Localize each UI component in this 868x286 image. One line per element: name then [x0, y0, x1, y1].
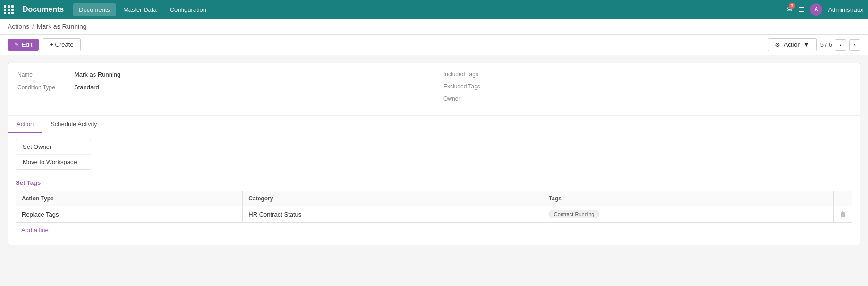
- tabs-bar: Action Schedule Activity: [8, 116, 860, 133]
- edit-label: Edit: [22, 41, 32, 48]
- col-header-category: Category: [243, 191, 543, 206]
- col-header-actions: [834, 191, 852, 206]
- edit-button[interactable]: ✎ Edit: [8, 39, 39, 51]
- cell-category: HR Contract Status: [243, 206, 543, 223]
- action-button[interactable]: ⚙ Action ▼: [768, 38, 817, 51]
- pagination-text: 5 / 6: [820, 41, 832, 48]
- create-button[interactable]: + Create: [43, 38, 80, 51]
- tab-action[interactable]: Action: [8, 116, 42, 133]
- col-header-tags: Tags: [543, 191, 833, 206]
- set-tags-section: Set Tags Action Type Category Tags Repla…: [8, 175, 860, 245]
- chevron-down-icon: ▼: [803, 41, 809, 48]
- prev-page-button[interactable]: ‹: [835, 39, 846, 51]
- avatar[interactable]: A: [810, 3, 822, 16]
- main-content: Name Mark as Running Condition Type Stan…: [0, 55, 868, 253]
- notification-badge: 3: [789, 3, 795, 9]
- top-menu: Documents Master Data Configuration: [73, 3, 212, 16]
- owner-label: Owner: [443, 95, 505, 102]
- name-value: Mark as Running: [74, 71, 120, 78]
- add-line-button[interactable]: Add a line: [16, 223, 54, 237]
- admin-label[interactable]: Administrator: [828, 6, 864, 13]
- form-fields: Name Mark as Running Condition Type Stan…: [8, 63, 860, 116]
- tab-schedule-activity-label: Schedule Activity: [51, 121, 97, 128]
- pagination: 5 / 6 ‹ ›: [820, 39, 860, 51]
- action-item-move-to-workspace[interactable]: Move to Workspace: [16, 155, 91, 169]
- cell-action-type: Replace Tags: [16, 206, 243, 223]
- breadcrumb-parent[interactable]: Actions: [8, 23, 29, 30]
- menu-item-master-data[interactable]: Master Data: [118, 3, 162, 16]
- move-to-workspace-label: Move to Workspace: [23, 158, 77, 165]
- condition-type-row: Condition Type Standard: [17, 84, 424, 91]
- action-button-label: Action: [784, 41, 801, 48]
- excluded-tags-label: Excluded Tags: [443, 83, 505, 90]
- breadcrumb: Actions / Mark as Running: [0, 19, 868, 35]
- tab-action-label: Action: [17, 121, 34, 128]
- apps-menu-button[interactable]: [4, 5, 19, 14]
- tag-badge: Contract Running: [549, 210, 600, 218]
- tags-table: Action Type Category Tags Replace Tags H…: [16, 191, 852, 223]
- breadcrumb-separator: /: [32, 23, 34, 30]
- included-tags-row: Included Tags: [443, 71, 851, 78]
- breadcrumb-current: Mark as Running: [37, 23, 87, 30]
- set-owner-label: Set Owner: [23, 143, 51, 150]
- form-right: Included Tags Excluded Tags Owner: [434, 63, 860, 115]
- action-item-set-owner[interactable]: Set Owner: [16, 139, 91, 155]
- action-section: Set Owner Move to Workspace: [8, 133, 860, 175]
- menu-item-configuration[interactable]: Configuration: [164, 3, 212, 16]
- action-list: Set Owner Move to Workspace: [16, 139, 91, 170]
- form-left: Name Mark as Running Condition Type Stan…: [8, 63, 434, 115]
- included-tags-label: Included Tags: [443, 71, 505, 78]
- name-row: Name Mark as Running: [17, 71, 424, 78]
- topnav-right: ✉ 3 ☰ A Administrator: [786, 3, 864, 16]
- gear-icon: ⚙: [775, 42, 780, 48]
- apps-grid-icon: [4, 5, 14, 14]
- top-navigation: Documents Documents Master Data Configur…: [0, 0, 868, 19]
- app-title: Documents: [23, 5, 64, 14]
- next-page-button[interactable]: ›: [849, 39, 860, 51]
- tab-schedule-activity[interactable]: Schedule Activity: [42, 116, 105, 133]
- condition-type-label: Condition Type: [17, 84, 74, 91]
- col-header-action-type: Action Type: [16, 191, 243, 206]
- form-card: Name Mark as Running Condition Type Stan…: [8, 63, 860, 245]
- clock-icon[interactable]: ☰: [798, 5, 804, 14]
- toolbar: ✎ Edit + Create ⚙ Action ▼ 5 / 6 ‹ ›: [0, 35, 868, 55]
- cell-tags: Contract Running: [543, 206, 833, 223]
- pencil-icon: ✎: [14, 41, 19, 48]
- owner-row: Owner: [443, 95, 851, 102]
- name-label: Name: [17, 71, 74, 78]
- messages-icon[interactable]: ✉ 3: [786, 5, 792, 14]
- menu-item-documents[interactable]: Documents: [73, 3, 116, 16]
- excluded-tags-row: Excluded Tags: [443, 83, 851, 90]
- table-header-row: Action Type Category Tags: [16, 191, 852, 206]
- cell-delete: 🗑: [834, 206, 852, 223]
- table-row: Replace Tags HR Contract Status Contract…: [16, 206, 852, 223]
- condition-type-value: Standard: [74, 84, 99, 91]
- set-tags-title: Set Tags: [16, 179, 852, 186]
- delete-icon[interactable]: 🗑: [840, 210, 846, 218]
